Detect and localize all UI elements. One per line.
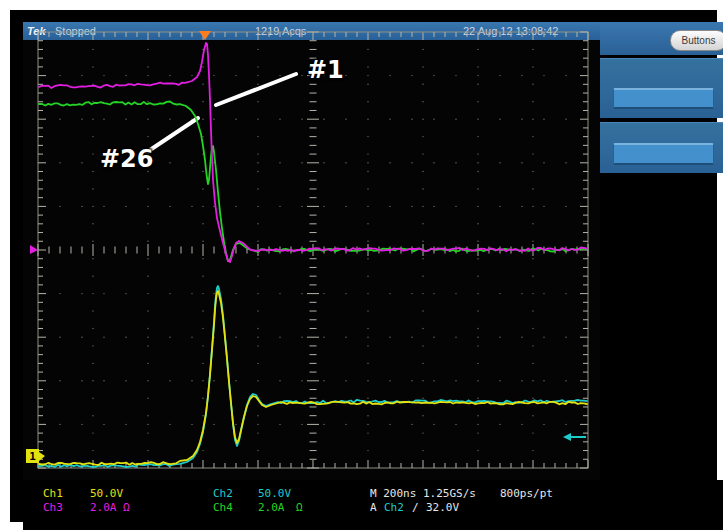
softkey-button-2[interactable] [613, 143, 714, 165]
ch4-label: Ch4 [213, 501, 233, 514]
side-panel-block-1 [600, 58, 723, 118]
ch4-scale: 2.0A [258, 501, 285, 514]
ch2-label: Ch2 [213, 487, 233, 500]
scope-display-area [23, 40, 600, 481]
page: Tek Stopped 1219 Acqs 22 Aug 12 13:08:42… [0, 0, 723, 531]
tek-logo: Tek [27, 25, 46, 37]
acquisition-status: Stopped [55, 25, 96, 37]
buttons-button[interactable]: Buttons [670, 30, 723, 51]
trigger-source-label: Ch2 [384, 501, 404, 514]
trigger-mode-label: A [370, 501, 377, 514]
ch1-scale: 50.0V [90, 487, 123, 500]
oscilloscope-screen: Tek Stopped 1219 Acqs 22 Aug 12 13:08:42… [10, 10, 717, 522]
softkey-button-1[interactable] [613, 88, 714, 109]
ch3-scale: 2.0A [90, 501, 117, 514]
acquisition-count: 1219 Acqs [255, 25, 306, 37]
timebase-readout: M 200ns 1.25GS/s [370, 487, 476, 500]
ch4-coupling-icon: Ω [296, 501, 303, 514]
annotation-device-1: #1 [307, 56, 344, 84]
trigger-level-readout: 32.0V [426, 501, 459, 514]
datetime-display: 22 Aug 12 13:08:42 [463, 25, 558, 37]
annotation-device-26: #26 [100, 145, 154, 173]
sample-resolution-readout: 800ps/pt [500, 487, 553, 500]
ch3-label: Ch3 [43, 501, 63, 514]
readout-bar: Ch1 50.0V Ch3 2.0A Ω Ch2 50.0V Ch4 2.0A … [23, 480, 723, 530]
ch3-coupling-icon: Ω [123, 501, 130, 514]
ch2-scale: 50.0V [258, 487, 291, 500]
side-panel-block-2 [600, 122, 723, 173]
ch1-label: Ch1 [43, 487, 63, 500]
trigger-slope-icon: ∕ [412, 501, 419, 514]
